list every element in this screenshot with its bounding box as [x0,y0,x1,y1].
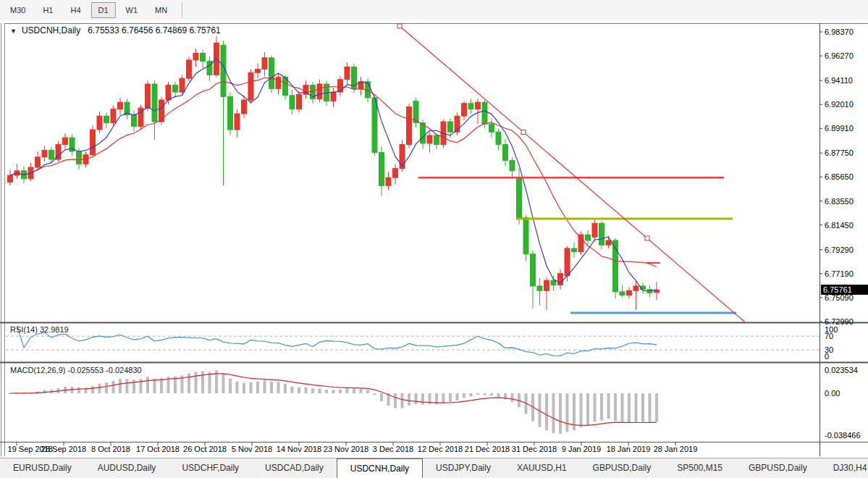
candle-body [187,60,192,78]
macd-indicator-label: MACD(12,26,9) -0.025553 -0.024830 [10,366,142,374]
candle-body [468,104,473,109]
candle-body [63,138,68,144]
descending-trendline[interactable] [400,26,745,322]
macd-bar [277,382,280,393]
macd-bar [98,384,101,393]
chart-tab-AUDUSD-Daily[interactable]: AUDUSD,Daily [85,458,169,478]
macd-bar [353,389,355,393]
candle-body [193,53,198,59]
candle-body [104,116,109,122]
candle-body [551,280,556,285]
candle-body [256,70,261,73]
candle-body [379,153,384,186]
price-axis-label: 6.87750 [825,148,854,157]
rsi-axis-label: 0 [825,352,829,361]
rsi-line [17,326,657,356]
candle-body [586,235,591,240]
rsi-axis-label: 70 [825,332,833,340]
candle-body [262,58,267,70]
macd-bar [222,374,225,393]
chart-tab-GBPUSD-Daily[interactable]: GBPUSD,Daily [580,458,665,478]
macd-bar [236,382,239,393]
macd-bar [456,393,459,401]
macd-bar [105,382,108,393]
macd-bar [43,390,46,393]
timeframe-button-D1[interactable]: D1 [91,2,116,18]
macd-bar [442,393,445,403]
macd-bar [394,393,397,408]
candle-body [400,145,405,169]
candle-body [173,85,178,92]
candle-body [427,135,432,143]
candle-body [633,286,639,290]
price-axis-label: 6.77190 [825,269,854,278]
macd-bar [243,383,245,393]
price-axis-label: 6.98370 [825,28,854,36]
macd-bar [291,386,294,393]
chart-symbol-label: USDCNH,Daily [22,25,80,35]
macd-bar [126,379,129,393]
macd-bar [600,393,603,421]
chart-dropdown-icon[interactable]: ▼ [10,28,17,35]
candle-body [97,116,102,130]
macd-bar [77,387,80,393]
chart-tab-DJ30-H4[interactable]: DJ30,H4 [820,458,868,478]
candle-body [372,98,377,153]
date-axis-label: 17 Oct 2018 [136,445,180,453]
timeframe-button-H4[interactable]: H4 [63,2,88,18]
macd-bar [374,393,376,395]
candle-body [248,72,253,100]
trendline-handle[interactable] [645,236,649,240]
date-axis-label: 18 Jan 2019 [607,445,651,453]
candle-body [276,77,281,89]
macd-bar [319,388,321,393]
chart-tab-SP500-M15[interactable]: SP500,M15 [664,458,736,478]
trendline-handle[interactable] [397,24,402,28]
macd-bar [256,382,259,393]
candle-body [338,80,343,92]
macd-bar [146,377,149,393]
candle-body [523,217,528,253]
candle-body [345,67,350,79]
candle-body [386,177,391,185]
candle-body [627,290,632,295]
chart-tab-USDCHF-Daily[interactable]: USDCHF,Daily [169,458,252,478]
chart-window[interactable]: ▼USDCNH,Daily6.75533 6.76456 6.74869 6.7… [0,20,868,458]
candle-body [166,85,171,100]
candle-body [434,135,439,145]
chart-tab-USDCAD-Daily[interactable]: USDCAD,Daily [252,458,337,478]
date-axis-label: 31 Dec 2018 [512,445,557,453]
price-axis-label: 6.75090 [825,293,854,302]
candle-body [132,115,137,127]
chart-canvas[interactable] [0,20,868,458]
macd-bar [195,372,198,393]
timeframe-button-W1[interactable]: W1 [119,2,146,18]
chart-tab-GBPUSD-Daily[interactable]: GBPUSD,Daily [736,458,820,478]
timeframe-button-M30[interactable]: M30 [3,2,33,18]
candle-body [201,53,206,61]
macd-bar [421,393,424,405]
timeframe-button-H1[interactable]: H1 [35,2,60,18]
date-axis-label: 28 Jan 2019 [654,445,698,453]
candle-body [531,254,536,286]
macd-bar [408,393,410,406]
chart-tab-USDCNH-Daily[interactable]: USDCNH,Daily [337,458,423,478]
macd-bar [484,393,486,395]
macd-bar [594,393,597,422]
macd-bar [270,382,273,393]
date-axis-label: 3 Dec 2018 [373,445,413,453]
candle-body [221,45,226,96]
macd-bar [545,393,548,430]
chart-tab-USDJPY-Daily[interactable]: USDJPY,Daily [423,458,504,478]
trendline-handle[interactable] [521,130,526,134]
chart-tab-EURUSD-Daily[interactable]: EURUSD,Daily [0,458,85,478]
candle-body [592,223,597,237]
macd-bar [264,380,266,393]
timeframe-button-MN[interactable]: MN [148,2,174,18]
candle-body [35,157,41,167]
candle-body [510,161,515,171]
candle-body [42,150,47,156]
chart-tab-XAUUSD-H1[interactable]: XAUUSD,H1 [504,458,580,478]
price-axis-label: 6.94110 [825,76,853,85]
macd-bar [332,390,335,393]
